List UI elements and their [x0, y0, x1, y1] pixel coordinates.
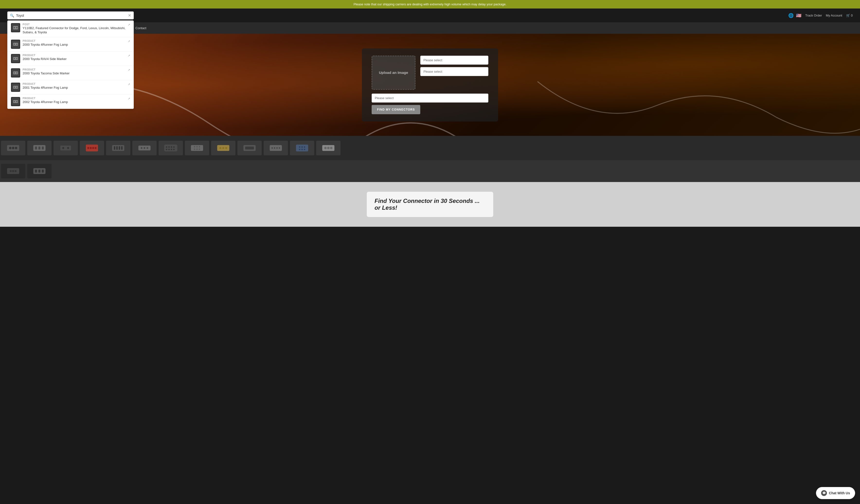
- svg-point-86: [330, 147, 332, 149]
- model-select[interactable]: Please select: [420, 67, 488, 76]
- svg-point-68: [225, 147, 227, 149]
- result-title: 2001 Toyota 4Runner Fog Lamp: [23, 86, 126, 90]
- svg-point-7: [16, 44, 17, 45]
- svg-rect-93: [39, 169, 40, 173]
- svg-point-19: [16, 87, 17, 88]
- svg-rect-32: [60, 146, 71, 150]
- track-order-link[interactable]: Track Order: [805, 14, 822, 17]
- connector-thumbnail: [159, 141, 183, 155]
- result-type: POST: [23, 23, 126, 26]
- search-result-item[interactable]: PRODUCT 2001 Toyota 4Runner Fog Lamp ↗: [8, 80, 133, 94]
- search-clear-icon[interactable]: ✕: [128, 13, 131, 18]
- svg-rect-30: [39, 147, 40, 149]
- result-title: 2000 Toyota 4Runner Fog Lamp: [23, 43, 126, 47]
- svg-rect-42: [116, 146, 118, 150]
- connector-thumbnail: [211, 141, 235, 155]
- svg-point-46: [141, 147, 143, 149]
- svg-point-26: [12, 147, 14, 149]
- svg-point-38: [92, 147, 94, 149]
- connector-thumbnail: [316, 141, 341, 155]
- upload-image-box[interactable]: Upload an Image: [372, 56, 415, 90]
- result-thumbnail: [11, 40, 20, 49]
- svg-point-25: [9, 147, 11, 149]
- hero-panel-top: Upload an Image Please select Please sel…: [372, 56, 488, 90]
- connector-thumbnail: [290, 141, 314, 155]
- hero-form-panel: Upload an Image Please select Please sel…: [362, 48, 498, 121]
- external-link-icon: ↗: [128, 23, 130, 27]
- svg-point-55: [168, 149, 170, 150]
- svg-point-63: [196, 148, 198, 150]
- header-right: 🌐 🇺🇸 Track Order My Account 🛒 0: [788, 13, 853, 18]
- svg-point-39: [95, 147, 97, 149]
- svg-point-64: [199, 148, 200, 150]
- svg-rect-49: [164, 145, 177, 151]
- make-select[interactable]: Please select: [420, 56, 488, 65]
- svg-point-50: [166, 146, 167, 148]
- svg-point-84: [324, 147, 327, 149]
- svg-point-73: [274, 147, 275, 149]
- svg-point-6: [14, 44, 15, 45]
- connector-thumbnail: [185, 141, 209, 155]
- search-result-item[interactable]: PRODUCT 2002 Toyota 4Runner Fog Lamp ↗: [8, 94, 133, 109]
- search-result-item[interactable]: PRODUCT 2000 Toyota 4Runner Fog Lamp ↗: [8, 37, 133, 51]
- svg-point-74: [276, 147, 278, 149]
- banner-text: Please note that our shipping carriers a…: [354, 2, 506, 6]
- search-result-item[interactable]: PRODUCT 2000 Toyota RAV4 Side Marker ↗: [8, 51, 133, 66]
- search-wrapper: 🔍 ✕: [7, 11, 134, 19]
- svg-rect-94: [42, 169, 44, 173]
- result-content: PRODUCT 2000 Toyota Tacoma Side Marker: [23, 68, 126, 76]
- result-thumbnail: [11, 68, 20, 77]
- svg-point-67: [222, 147, 224, 149]
- result-type: PRODUCT: [23, 83, 126, 85]
- svg-rect-43: [119, 146, 120, 150]
- search-result-item[interactable]: POST Y110B2, Featured Connector for Dodg…: [8, 21, 133, 37]
- globe-icon[interactable]: 🌐: [788, 13, 793, 18]
- connector-thumbnail: [27, 141, 52, 155]
- svg-point-51: [168, 146, 170, 148]
- cart-area[interactable]: 🛒 0: [846, 14, 853, 17]
- svg-point-75: [279, 147, 280, 149]
- nav-item-contact[interactable]: Contact: [133, 23, 148, 34]
- external-link-icon: ↗: [128, 40, 130, 43]
- find-connectors-button[interactable]: FIND MY CONNECTORS: [372, 105, 420, 114]
- search-dropdown: POST Y110B2, Featured Connector for Dodg…: [7, 20, 134, 109]
- external-link-icon: ↗: [128, 54, 130, 57]
- result-content: PRODUCT 2002 Toyota 4Runner Fog Lamp: [23, 97, 126, 104]
- nav-label: Contact: [135, 26, 146, 30]
- model-year-select[interactable]: Please select: [372, 93, 488, 103]
- connector-thumbnail: [80, 141, 104, 155]
- svg-point-15: [16, 72, 17, 73]
- svg-rect-58: [191, 145, 203, 151]
- svg-point-66: [219, 147, 221, 149]
- connector-thumbnail: [1, 141, 25, 155]
- connector-thumbnail: [106, 141, 130, 155]
- result-type: PRODUCT: [23, 54, 126, 57]
- search-result-item[interactable]: PRODUCT 2000 Toyota Tacoma Side Marker ↗: [8, 66, 133, 80]
- result-type: PRODUCT: [23, 68, 126, 71]
- svg-point-3: [16, 27, 17, 28]
- svg-point-82: [304, 149, 305, 150]
- flag-icon[interactable]: 🇺🇸: [796, 13, 801, 18]
- external-link-icon: ↗: [128, 97, 130, 100]
- search-area: 🔍 ✕ POST Y110B2, Featured Connecto: [7, 11, 134, 19]
- svg-point-81: [301, 149, 303, 150]
- svg-point-27: [15, 147, 17, 149]
- search-input[interactable]: [16, 14, 128, 17]
- svg-rect-44: [121, 146, 123, 150]
- svg-point-59: [194, 146, 195, 148]
- svg-point-72: [271, 147, 273, 149]
- promo-text: Find Your Connector in 30 Seconds ... or…: [375, 197, 485, 211]
- svg-point-23: [16, 101, 17, 102]
- svg-point-79: [304, 146, 305, 148]
- result-thumbnail: [11, 23, 20, 32]
- svg-point-37: [90, 147, 92, 149]
- my-account-link[interactable]: My Account: [826, 14, 842, 17]
- svg-point-60: [196, 146, 198, 148]
- result-title: 2000 Toyota Tacoma Side Marker: [23, 72, 126, 76]
- connector-strip: [0, 136, 860, 160]
- svg-point-80: [299, 149, 300, 150]
- result-title: 2002 Toyota 4Runner Fog Lamp: [23, 100, 126, 104]
- connector-thumbnail: [54, 141, 78, 155]
- connector-thumbnail: [1, 164, 25, 178]
- cart-count: 0: [851, 14, 853, 17]
